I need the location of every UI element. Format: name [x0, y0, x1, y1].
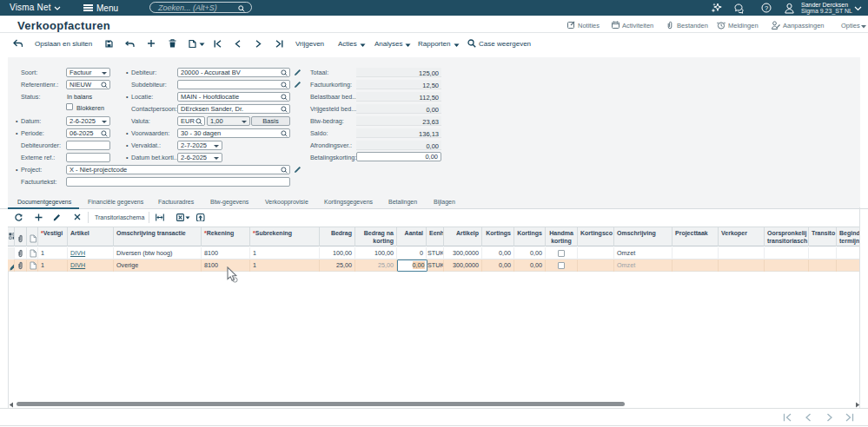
svg-text:?: ?	[765, 4, 768, 12]
